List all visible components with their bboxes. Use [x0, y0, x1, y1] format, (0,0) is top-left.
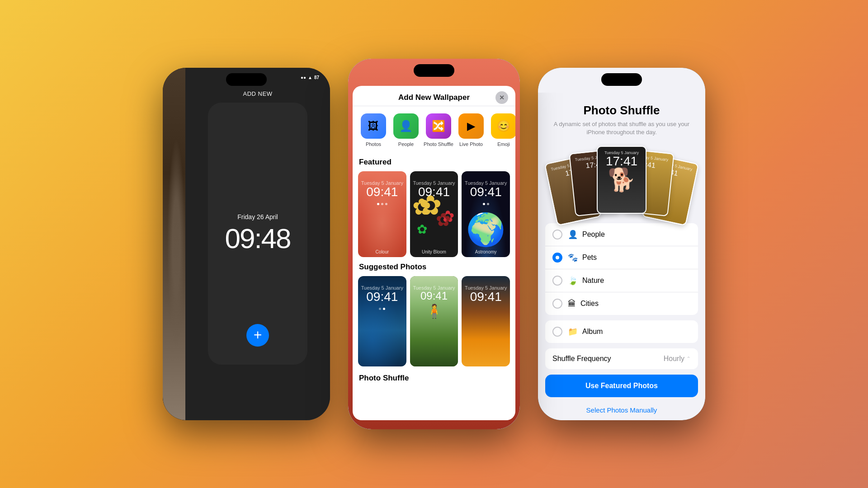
emoji-icon: 😊: [491, 113, 515, 139]
phone-1: ●● ▲ 87 ADD NEW Friday 26 April 09:48 +: [163, 68, 330, 420]
modal-close-button[interactable]: ✕: [495, 91, 508, 104]
wallpaper-unity[interactable]: Tuesday 5 January 09:41 ✿ ✿ ✿ Unity Bloo…: [410, 171, 458, 257]
type-shuffle[interactable]: 🔀 Photo Shuffle: [422, 113, 455, 147]
type-emoji[interactable]: 😊 Emoji: [487, 113, 515, 147]
phone-2: Add New Wallpaper ✕ 🖼 Photos 👤 People 🔀 …: [348, 59, 520, 429]
chevron-icon: ⌃: [686, 356, 691, 362]
sp1-time: 09:41: [358, 290, 406, 304]
option-cities[interactable]: 🏛 Cities: [545, 292, 698, 315]
flower-yellow: ✿: [412, 194, 431, 220]
type-photos-label: Photos: [366, 141, 381, 147]
shuffle-title: Photo Shuffle: [547, 103, 696, 117]
album-label: Album: [582, 328, 691, 336]
flower-red: ✿: [441, 207, 454, 225]
stack-photo-3: Tuesday 5 January 17:41: [597, 146, 646, 214]
type-people-label: People: [398, 141, 414, 147]
signal-icon: ●●: [301, 75, 306, 80]
add-new-label: ADD NEW: [243, 90, 273, 97]
wallpaper-astronomy[interactable]: Tuesday 5 January 09:41 Astronomy: [462, 171, 510, 257]
sp3-time-val: 17:41: [598, 154, 646, 169]
astro-time: 09:41: [462, 185, 510, 199]
album-radio[interactable]: [552, 327, 562, 337]
type-shuffle-label: Photo Shuffle: [424, 141, 453, 147]
flower-green: ✿: [417, 222, 427, 237]
suggested-underwater[interactable]: Tuesday 5 January 09:41: [358, 276, 406, 366]
lock-time: 09:48: [225, 222, 290, 254]
modal-scroll-area[interactable]: Featured Tuesday 5 January 09:41 Colour: [353, 152, 515, 420]
select-manually-link[interactable]: Select Photos Manually: [538, 403, 705, 418]
close-icon: ✕: [499, 94, 505, 101]
astro-label: Astronomy: [462, 249, 510, 254]
phone-3: Photo Shuffle A dynamic set of photos th…: [538, 68, 705, 420]
sp3-time: 09:41: [462, 290, 510, 304]
people-icon: 👤: [393, 113, 419, 139]
suggested-person[interactable]: Tuesday 5 January 09:41 🧍: [410, 276, 458, 366]
people-radio[interactable]: [552, 230, 562, 239]
type-emoji-label: Emoji: [497, 141, 510, 147]
lock-date: Friday 26 April: [237, 213, 278, 221]
top-bar-3: [538, 68, 705, 93]
suggested-grid: Tuesday 5 January 09:41 Tuesday 5 Januar…: [358, 276, 510, 366]
astro-dots: [462, 203, 510, 205]
frequency-value[interactable]: Hourly ⌃: [664, 355, 691, 363]
colour-time: 09:41: [358, 185, 406, 199]
album-emoji: 📁: [568, 327, 578, 337]
modal-title: Add New Wallpaper: [362, 93, 506, 102]
pets-radio[interactable]: [552, 253, 562, 263]
cities-label: Cities: [580, 300, 691, 308]
colour-dots: [358, 203, 406, 205]
cities-emoji: 🏛: [568, 299, 576, 309]
live-photo-icon: ▶: [458, 113, 484, 139]
nature-emoji: 🍃: [568, 276, 578, 286]
shuffle-frequency-row[interactable]: Shuffle Frequency Hourly ⌃: [545, 348, 698, 369]
shuffle-panel[interactable]: Photo Shuffle A dynamic set of photos th…: [538, 93, 705, 420]
plus-icon: +: [254, 328, 262, 342]
option-nature[interactable]: 🍃 Nature: [545, 269, 698, 292]
type-photos[interactable]: 🖼 Photos: [357, 113, 390, 147]
sp1-dots: [358, 308, 406, 310]
status-bar-1: ●● ▲ 87: [301, 75, 319, 80]
nature-label: Nature: [582, 277, 691, 285]
shuffle-subtitle: A dynamic set of photos that shuffle as …: [547, 120, 696, 136]
type-live[interactable]: ▶ Live Photo: [455, 113, 487, 147]
photo-shuffle-bottom-label: Photo Shuffle: [359, 374, 510, 383]
photos-icon: 🖼: [361, 113, 386, 139]
categories-list: 👤 People 🐾 Pets 🍃 Nature: [545, 223, 698, 315]
album-list: 📁 Album: [545, 320, 698, 343]
dog-wallpaper-edge: [163, 68, 185, 420]
cities-radio[interactable]: [552, 299, 562, 309]
sp2-time: 09:41: [410, 290, 458, 302]
person-emoji: 🧍: [426, 303, 443, 319]
option-people[interactable]: 👤 People: [545, 223, 698, 246]
photo-stack-preview: Tuesday 5 January 17 Tuesday 5 January 1…: [545, 144, 698, 216]
pets-label: Pets: [582, 253, 691, 262]
battery-label: 87: [314, 75, 319, 80]
wallpaper-types-row: 🖼 Photos 👤 People 🔀 Photo Shuffle ▶ Live…: [353, 106, 515, 152]
lock-screen-card: Friday 26 April 09:48 +: [208, 103, 307, 365]
people-emoji: 👤: [568, 230, 578, 239]
add-wallpaper-button[interactable]: +: [246, 324, 269, 347]
type-people[interactable]: 👤 People: [390, 113, 422, 147]
type-live-label: Live Photo: [459, 141, 483, 147]
colour-label: Colour: [358, 249, 406, 254]
pets-emoji: 🐾: [568, 253, 578, 263]
wifi-icon: ▲: [308, 75, 312, 80]
featured-section-title: Featured: [359, 158, 510, 167]
unity-label: Unity Bloom: [410, 249, 458, 254]
use-featured-button[interactable]: Use Featured Photos: [545, 375, 698, 397]
shuffle-icon: 🔀: [426, 113, 451, 139]
modal-header: Add New Wallpaper ✕: [353, 86, 515, 106]
frequency-label: Shuffle Frequency: [552, 355, 611, 363]
suggested-section-title: Suggested Photos: [359, 263, 510, 272]
suggested-sunset[interactable]: Tuesday 5 January 09:41: [462, 276, 510, 366]
option-album[interactable]: 📁 Album: [545, 320, 698, 343]
option-pets[interactable]: 🐾 Pets: [545, 246, 698, 269]
wallpaper-colour[interactable]: Tuesday 5 January 09:41 Colour: [358, 171, 406, 257]
shuffle-header: Photo Shuffle A dynamic set of photos th…: [538, 93, 705, 144]
featured-grid: Tuesday 5 January 09:41 Colour Tuesday 5…: [358, 171, 510, 257]
wallpaper-modal: Add New Wallpaper ✕ 🖼 Photos 👤 People 🔀 …: [353, 86, 515, 420]
nature-radio[interactable]: [552, 276, 562, 286]
people-label: People: [582, 230, 691, 239]
